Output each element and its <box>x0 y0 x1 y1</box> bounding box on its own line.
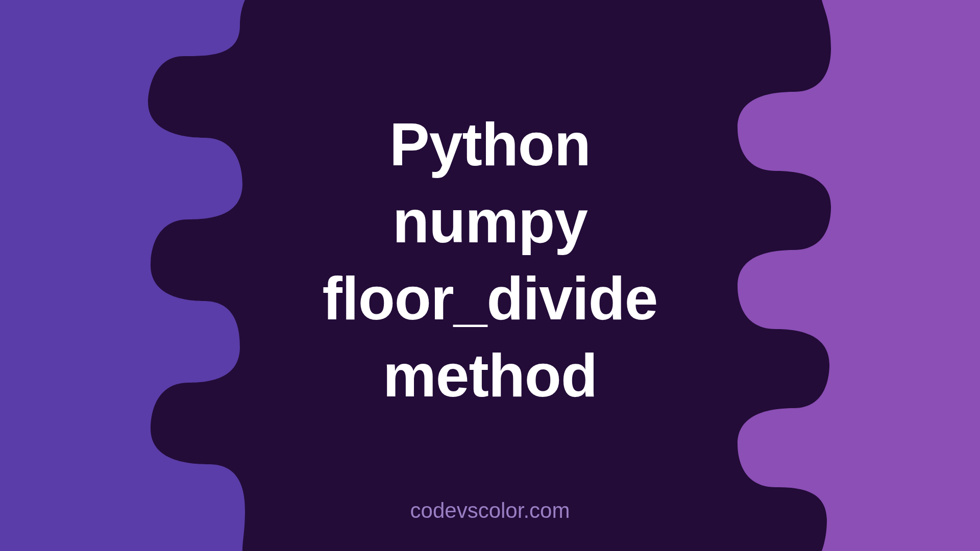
attribution-text: codevscolor.com <box>410 498 570 523</box>
title-line-3: floor_divide <box>0 260 980 337</box>
hero-content: Python numpy floor_divide method <box>0 106 980 414</box>
title-line-4: method <box>0 337 980 414</box>
hero-title: Python numpy floor_divide method <box>0 106 980 414</box>
title-line-1: Python <box>0 106 980 183</box>
hero-banner: Python numpy floor_divide method codevsc… <box>0 0 980 551</box>
title-line-2: numpy <box>0 183 980 260</box>
